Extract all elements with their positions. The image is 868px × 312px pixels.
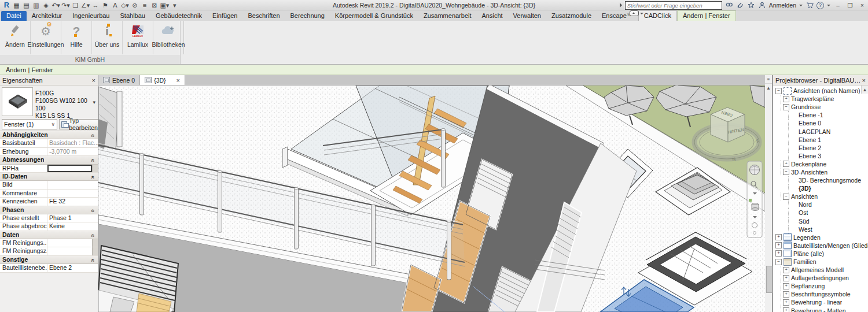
tree-expander-icon[interactable] <box>783 161 789 167</box>
browser-tree-item[interactable]: Bewehrung - linear <box>773 298 868 306</box>
3d-canvas[interactable]: OBEN HINTEN N N <box>98 86 765 312</box>
browser-tree-item[interactable]: Ebene -1 <box>773 111 868 119</box>
restore-button[interactable]: ❐ <box>845 1 855 9</box>
property-row[interactable]: Erhebung -3,0700 m <box>0 148 98 156</box>
tree-expander-icon[interactable] <box>783 169 789 175</box>
navigation-bar[interactable] <box>747 161 762 237</box>
tree-expander-icon[interactable] <box>783 299 789 306</box>
project-browser-close-icon[interactable]: × <box>862 77 866 84</box>
modify-panel-dropdown[interactable] <box>630 10 643 18</box>
browser-tree-item[interactable]: Ost <box>773 209 868 217</box>
browser-tree-item[interactable]: Tragwerkspläne <box>773 95 868 103</box>
browser-tree-item[interactable]: Beschriftungssymbole <box>773 290 868 298</box>
lamilux-button[interactable]: LAMILUX Lamilux <box>123 21 153 54</box>
element-filter-dropdown[interactable]: Fenster (1)∨ <box>2 119 57 129</box>
property-browse-button[interactable] <box>92 165 98 172</box>
tag-by-category-icon[interactable]: ⚑ <box>101 1 109 10</box>
close-hidden-windows-icon[interactable]: ⊠ <box>150 1 159 10</box>
communication-center-icon[interactable] <box>736 1 744 9</box>
browser-tree-item[interactable]: Familien <box>773 258 868 266</box>
property-row[interactable]: Phase abgebroc... Keine <box>0 222 98 231</box>
browser-tree-item[interactable]: Bepflanzung <box>773 282 868 290</box>
section-icon[interactable]: ⊘ <box>130 1 139 10</box>
recent-documents-icon[interactable]: ▦ <box>12 1 21 10</box>
undo-icon[interactable]: ↶▾ <box>52 1 60 10</box>
tree-expander-icon[interactable] <box>775 88 782 94</box>
browser-tree-item[interactable]: Auflagerbedingungen <box>773 274 868 282</box>
property-row[interactable]: FM Reinigungsz... <box>0 247 98 255</box>
browser-tree-item[interactable]: Ebene 1 <box>773 136 868 144</box>
einstellungen-button[interactable]: ⚙⚙ Einstellungen <box>31 21 61 54</box>
tree-expander-icon[interactable] <box>775 250 782 257</box>
browser-tree-item[interactable]: 3D-Ansichten <box>773 168 868 176</box>
property-value[interactable]: Phase 1 <box>47 214 98 222</box>
browser-tree-item[interactable]: Ansichten <box>773 192 868 200</box>
text-icon[interactable]: A <box>111 1 119 10</box>
ribbon-tab[interactable]: Berechnung <box>285 11 330 21</box>
property-value[interactable]: Keine <box>47 222 98 230</box>
help-icon[interactable]: ? <box>816 2 824 9</box>
tree-expander-icon[interactable] <box>783 96 789 102</box>
favorites-star-icon[interactable] <box>747 1 755 9</box>
view-tab[interactable]: Ebene 0 <box>98 75 140 85</box>
revit-logo[interactable]: R <box>2 1 11 10</box>
tree-expander-icon[interactable] <box>775 259 782 265</box>
browser-tree-item[interactable]: Grundrisse <box>773 103 868 111</box>
browser-tree-item[interactable]: Ebene 3 <box>773 152 868 160</box>
property-value[interactable]: Ebene 2 <box>47 264 98 272</box>
property-row[interactable]: Sonstige <box>0 256 98 264</box>
view-tab[interactable]: {3D} × <box>140 75 185 85</box>
property-browse-button[interactable] <box>92 239 98 247</box>
ribbon-tab[interactable]: Ingenieurbau <box>67 11 115 21</box>
collapse-search-icon[interactable] <box>620 3 622 8</box>
tree-expander-icon[interactable] <box>775 242 782 248</box>
property-value[interactable] <box>27 173 98 180</box>
browser-tree-item[interactable]: Süd <box>773 217 868 225</box>
property-browse-button[interactable] <box>92 247 98 255</box>
tree-expander-icon[interactable] <box>783 291 789 298</box>
viewport-scrollbar[interactable]: ≡ ▲ <box>765 75 773 312</box>
property-row[interactable]: RPHa <box>0 165 98 173</box>
property-row[interactable]: Daten <box>0 231 98 239</box>
browser-tree-item[interactable]: Nord <box>773 200 868 209</box>
property-row[interactable]: FM Reinigungs... <box>0 239 98 247</box>
property-value[interactable] <box>48 131 98 139</box>
bibliotheken-button[interactable]: Bibliotheken <box>153 21 184 54</box>
browser-tree-item[interactable]: Ansichten (nach Namen) <box>773 87 868 95</box>
redo-icon[interactable]: ↷▾ <box>61 1 70 10</box>
property-value[interactable] <box>47 190 98 197</box>
property-value[interactable]: Basisdach : Flac... <box>47 139 98 147</box>
ribbon-tab[interactable]: Ändern | Fenster <box>677 10 736 21</box>
property-value[interactable] <box>28 256 98 263</box>
browser-tree-item[interactable]: Ebene 0 <box>773 119 868 127</box>
search-icon[interactable] <box>725 1 733 9</box>
browser-tree-item[interactable]: Bewehrung - Matten <box>773 307 868 312</box>
property-value[interactable]: -3,0700 m <box>47 148 98 155</box>
property-value[interactable] <box>44 156 98 164</box>
ribbon-tab[interactable]: CADClick <box>638 10 677 21</box>
ribbon-tab[interactable]: Verwalten <box>508 11 546 21</box>
property-value[interactable]: FE 32 <box>47 198 98 205</box>
scroll-up-icon[interactable]: ▲ <box>765 84 772 92</box>
customize-qat-icon[interactable]: ▾ <box>170 1 179 10</box>
user-icon[interactable] <box>758 1 766 9</box>
aligned-dimension-icon[interactable]: ↔ <box>91 1 100 10</box>
type-selector[interactable]: F100G F100SG W102 100 100 K15 LS SS 1 ▾ <box>0 86 98 118</box>
property-row[interactable]: Basisbauteil Basisdach : Flac... <box>0 139 98 147</box>
thin-lines-icon[interactable]: ≡ <box>140 1 149 10</box>
tree-expander-icon[interactable] <box>783 275 789 281</box>
ueber-uns-button[interactable]: i Über uns <box>92 21 123 54</box>
ribbon-tab[interactable]: Datei <box>1 11 27 21</box>
panel-title[interactable]: KiM GmbH <box>0 55 180 64</box>
property-value[interactable] <box>47 239 92 247</box>
switch-windows-icon[interactable]: ▣▾ <box>160 1 169 10</box>
minimize-button[interactable]: – <box>833 1 843 9</box>
ribbon-tab[interactable]: Körpermodell & Grundstück <box>330 11 418 21</box>
browser-tree-item[interactable]: Legenden <box>773 233 868 242</box>
ribbon-tab[interactable]: Zusatzmodule <box>546 11 597 21</box>
help-caret-icon[interactable] <box>827 5 830 6</box>
property-row[interactable]: Phase erstellt Phase 1 <box>0 214 98 222</box>
ribbon-tab[interactable]: Zusammenarbeit <box>418 11 477 21</box>
browser-tree-item[interactable]: Allgemeines Modell <box>773 266 868 274</box>
default-3d-view-icon[interactable]: ◇▾ <box>120 1 129 10</box>
